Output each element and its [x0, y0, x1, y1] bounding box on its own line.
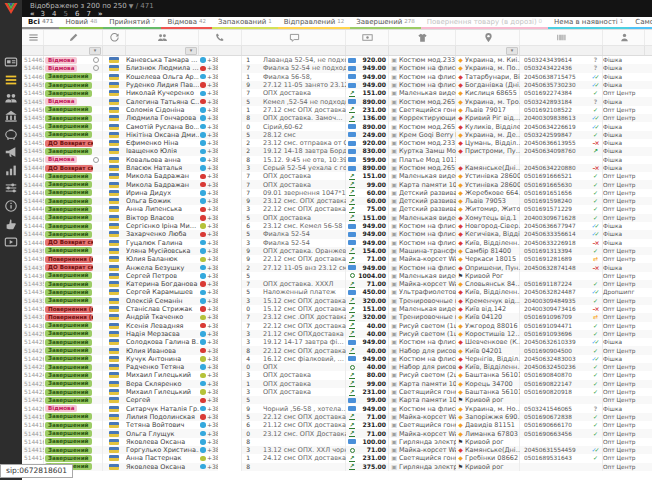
table-row[interactable]: 514443 Завершений Віктор Власов +38 5 ОП…	[22, 214, 652, 222]
column-header-location-icon[interactable]	[456, 30, 520, 45]
messenger-icon[interactable]	[200, 464, 206, 470]
messenger-icon[interactable]	[200, 107, 206, 113]
messenger-icon[interactable]	[200, 66, 206, 72]
table-row[interactable]: 514430 Завершений Ксенія Левадняя +38 7 …	[22, 322, 652, 330]
table-row[interactable]: 514451 Завершений Іващенко Юлія +38 2 19…	[22, 147, 652, 155]
messenger-icon[interactable]	[200, 215, 206, 221]
orders-icon[interactable]	[4, 73, 18, 87]
info-icon[interactable]	[4, 199, 18, 213]
warehouse-icon[interactable]	[4, 109, 18, 123]
table-row[interactable]: 514415 Завершений Горгулько Христина… +3…	[22, 446, 652, 454]
messenger-icon[interactable]	[200, 306, 206, 312]
table-row[interactable]: 514445 Завершений Ольга Божик +38 9 23.1…	[22, 197, 652, 205]
table-row[interactable]: 514429 Завершений Надія Мерзаєва +38 3 2…	[22, 330, 652, 338]
table-row[interactable]: 514428 Завершений Солодкова Галина В… +3…	[22, 338, 652, 346]
finance-icon[interactable]	[4, 127, 18, 141]
filter-dropdown-button[interactable]: ▾	[89, 47, 101, 55]
messenger-icon[interactable]	[200, 232, 206, 238]
messenger-icon[interactable]	[200, 290, 206, 296]
messenger-icon[interactable]	[200, 132, 206, 138]
table-row[interactable]: 514424 Завершений Михаил Гилецький +38 3…	[22, 371, 652, 379]
messenger-icon[interactable]	[200, 91, 206, 97]
messenger-icon[interactable]	[200, 140, 206, 146]
messenger-icon[interactable]	[200, 406, 206, 412]
table-row[interactable]: 514452 ДО Возврат ск… Єфименко Ніна +38 …	[22, 139, 652, 147]
table-row[interactable]: 514416 Завершений Яковлева Оксана +38 8 …	[22, 438, 652, 446]
table-row[interactable]: 514455 Завершений Людмила Гончарова +38 …	[22, 114, 652, 122]
table-row[interactable]: 514454 Завершений Самотій Руслана Во… +3…	[22, 122, 652, 130]
table-row[interactable]: 514450 Відмова Ковальова анна +38 8 15.1…	[22, 156, 652, 164]
messenger-icon[interactable]	[200, 381, 206, 387]
table-row[interactable]: 514447 Завершений Микола Бадражан +38 7 …	[22, 180, 652, 188]
table-row[interactable]: 514414 Завершений Анна Пастернак +38 1 2…	[22, 454, 652, 462]
column-header-sync-icon[interactable]	[103, 30, 126, 45]
filter-dropdown-button[interactable]: ▾	[506, 47, 518, 55]
table-row[interactable]: 514435 Завершений Катерина Богданова +38…	[22, 280, 652, 288]
table-row[interactable]: 514434 Завершений Сергей Карамышев +38 5…	[22, 288, 652, 296]
marketing-icon[interactable]	[4, 145, 18, 159]
messenger-icon[interactable]	[200, 99, 206, 105]
messenger-icon[interactable]	[200, 190, 206, 196]
chevron-down-icon[interactable]: ▼	[129, 2, 134, 9]
messenger-icon[interactable]	[200, 240, 206, 246]
messenger-icon[interactable]	[200, 447, 206, 453]
settings-sliders-icon[interactable]	[4, 181, 18, 195]
video-icon[interactable]	[4, 235, 18, 249]
app-logo-icon[interactable]	[3, 2, 19, 15]
table-row[interactable]: 514420 Відмова Ситарчук Наталія Гр… +38 …	[22, 404, 652, 412]
messenger-icon[interactable]	[200, 74, 206, 80]
messenger-icon[interactable]	[200, 182, 206, 188]
column-header-phone-icon[interactable]	[199, 30, 242, 45]
table-row[interactable]: 514456 Завершений Соломія Сідоніна +38 1…	[22, 106, 652, 114]
table-row[interactable]: 514459 Завершений Руденко Лидия Пав… +38…	[22, 81, 652, 89]
table-row[interactable]: 514453 Завершений Нікітіна Оксана Дми… +…	[22, 131, 652, 139]
messenger-icon[interactable]	[200, 315, 206, 321]
messenger-icon[interactable]	[200, 165, 206, 171]
table-row[interactable]: 514432 Повернення (в… Станіслав Стрижак …	[22, 305, 652, 313]
column-header-list-icon[interactable]	[22, 30, 44, 45]
table-row[interactable]: 514422 Завершений Михаил Гилецький +38 3…	[22, 388, 652, 396]
messenger-icon[interactable]	[200, 115, 206, 121]
status-tab[interactable]: Відправлений 12	[278, 17, 350, 29]
messenger-icon[interactable]	[200, 223, 206, 229]
table-row[interactable]: 514457 Відмова Салегина Татьяна С… +38 5…	[22, 97, 652, 105]
messenger-icon[interactable]	[200, 248, 206, 254]
table-row[interactable]: 514433 Завершений Олексій Семанін +38 3 …	[22, 297, 652, 305]
column-header-money-icon[interactable]	[346, 30, 389, 45]
status-tab[interactable]: Самовивіз 2	[629, 17, 652, 29]
messenger-icon[interactable]	[200, 57, 206, 63]
status-tab[interactable]: Прийнятий 7	[103, 17, 161, 29]
table-row[interactable]: 514421 Завершений Сергей +38 5 99.00 ▣ К…	[22, 396, 652, 404]
table-row[interactable]: 514417 Завершений Ольга Глущук +38 0 23.…	[22, 429, 652, 437]
table-row[interactable]: 514439 Завершений Уляна Мусійовська +38 …	[22, 247, 652, 255]
table-row[interactable]: 514427 Завершений Юлия Иванова +38 8 22.…	[22, 346, 652, 354]
messenger-icon[interactable]	[200, 207, 206, 213]
messenger-icon[interactable]	[200, 257, 206, 263]
table-row[interactable]: 514441 Завершений Захарченко Люба +38 5 …	[22, 230, 652, 238]
status-tab[interactable]: Всі 471	[22, 17, 59, 29]
table-row[interactable]: 514431 Повернення (в… Андрій Ткаченко +3…	[22, 313, 652, 321]
status-tab[interactable]: Нема в наявності 1	[548, 17, 629, 29]
table-row[interactable]: 514418 Завершений Тетяна Войтович +38 6 …	[22, 421, 652, 429]
table-row[interactable]: 514449 ДО Возврат ск… Власюк Наталья +38…	[22, 164, 652, 172]
messenger-icon[interactable]	[200, 356, 206, 362]
messenger-icon[interactable]	[200, 149, 206, 155]
table-row[interactable]: 514446 Завершений Ирина Дидух +38 7 09.0…	[22, 189, 652, 197]
messenger-icon[interactable]	[200, 439, 206, 445]
status-tab[interactable]: Запакований 1	[212, 17, 278, 29]
column-header-users-icon[interactable]	[126, 30, 199, 45]
messenger-icon[interactable]	[200, 273, 206, 279]
table-row[interactable]: 514426 Завершений Кучук Антонина +38 4 1…	[22, 355, 652, 363]
column-header-chat-icon[interactable]	[242, 30, 346, 45]
table-row[interactable]: 514460 Завершений Кошелева Ольга Ар… +38…	[22, 73, 652, 81]
messenger-icon[interactable]	[200, 398, 206, 404]
status-tab[interactable]: Новий 48	[59, 17, 103, 29]
column-header-person-icon[interactable]	[603, 30, 645, 45]
status-tab[interactable]: Відмова 42	[161, 17, 212, 29]
messenger-icon[interactable]	[200, 431, 206, 437]
table-row[interactable]: 514462 Відмова Каневська Тамара … +38 1 …	[22, 56, 652, 64]
column-header-product-shirt-icon[interactable]	[389, 30, 456, 45]
messenger-icon[interactable]	[200, 174, 206, 180]
status-tab[interactable]: Завершений 278	[350, 17, 421, 29]
filter-dropdown-button[interactable]: ▾	[185, 47, 197, 55]
